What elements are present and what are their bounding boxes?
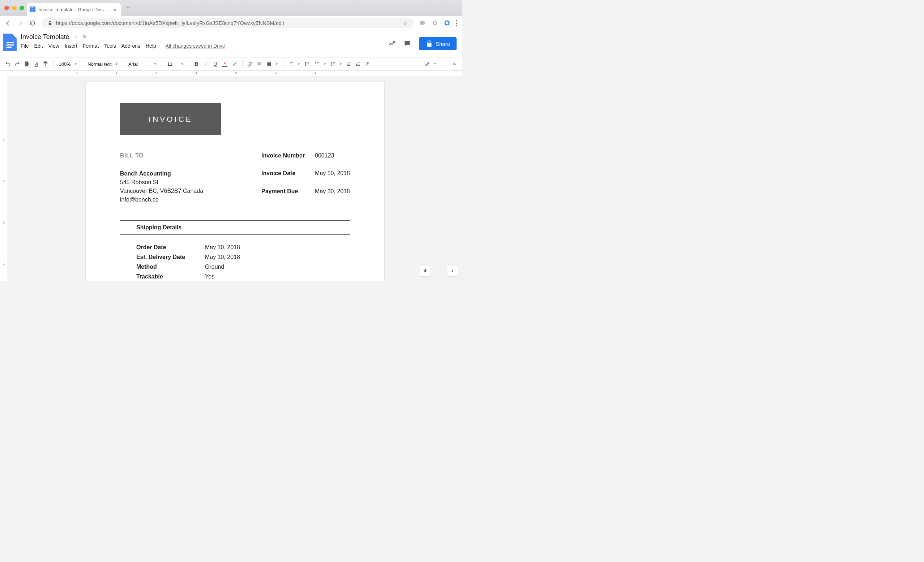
clear-formatting-button[interactable] [364, 60, 371, 67]
back-button[interactable] [5, 20, 11, 27]
bill-to-addr2: Vancouver BC, V6B2B7 Canada [120, 187, 203, 196]
new-tab-button[interactable]: + [123, 4, 133, 12]
bill-to-name: Bench Accounting [120, 170, 171, 176]
menu-insert[interactable]: Insert [65, 43, 77, 49]
menu-edit[interactable]: Edit [34, 43, 43, 49]
font-size-select[interactable]: 11▾ [166, 61, 185, 67]
insert-link-button[interactable] [246, 60, 254, 67]
svg-point-4 [331, 64, 332, 64]
underline-button[interactable]: U [212, 60, 219, 67]
bulleted-list-button[interactable]: ▾ [329, 61, 343, 66]
share-lock-icon [426, 40, 433, 48]
workspace[interactable]: 1 2 3 4 5 6 7 1 2 3 4 5 INVOICE BILL TO … [0, 71, 462, 281]
browser-tab[interactable]: ≡ Invoice Template - Google Doc… × [27, 3, 121, 16]
menu-file[interactable]: File [21, 43, 29, 49]
star-document-icon[interactable]: ☆ [73, 34, 78, 40]
reload-button[interactable] [29, 20, 36, 27]
insert-comment-button[interactable] [256, 60, 263, 67]
style-select[interactable]: Normal text▾ [86, 61, 118, 67]
tab-title: Invoice Template - Google Doc… [39, 7, 110, 12]
editing-mode-button[interactable]: ▾ [423, 61, 437, 67]
window-controls [4, 6, 24, 10]
invoice-banner: INVOICE [120, 103, 221, 135]
docs-logo-icon[interactable] [3, 34, 16, 51]
undo-button[interactable] [4, 60, 12, 67]
text-color-button[interactable]: A [221, 60, 229, 67]
comments-icon[interactable] [404, 40, 411, 48]
docs-header: Invoice Template ☆ File Edit View Insert… [0, 30, 462, 57]
line-spacing-button[interactable] [303, 61, 311, 66]
paint-format-button[interactable] [42, 60, 49, 67]
activity-icon[interactable] [388, 40, 396, 48]
shipping-details: Order DateMay 10, 2018 Est. Delivery Dat… [120, 243, 350, 281]
share-button[interactable]: Share [419, 37, 457, 50]
bookmark-star-icon[interactable]: ☆ [402, 20, 407, 27]
zoom-select[interactable]: 100%▾ [57, 61, 78, 67]
svg-point-1 [445, 21, 448, 25]
menu-tools[interactable]: Tools [104, 43, 116, 49]
move-folder-icon[interactable] [82, 34, 87, 40]
menu-view[interactable]: View [48, 43, 59, 49]
highlight-button[interactable] [231, 60, 238, 67]
share-label: Share [436, 41, 450, 47]
explore-button[interactable] [420, 265, 431, 276]
menu-addons[interactable]: Add-ons [122, 43, 140, 49]
tab-close-icon[interactable]: × [113, 6, 116, 13]
window-maximize-icon[interactable] [20, 6, 24, 10]
bill-to-email: info@bench.co [120, 196, 203, 204]
docs-favicon-icon: ≡ [30, 6, 35, 12]
show-sidebar-button[interactable] [447, 265, 458, 276]
print-button[interactable] [23, 60, 30, 67]
forward-button[interactable] [17, 20, 24, 27]
shipping-details-title: Shipping Details [120, 224, 350, 231]
browser-tabstrip: ≡ Invoice Template - Google Doc… × + [0, 0, 462, 16]
menu-help[interactable]: Help [146, 43, 156, 49]
window-close-icon[interactable] [4, 6, 9, 10]
lock-icon [48, 21, 52, 25]
font-select[interactable]: Arial▾ [127, 61, 158, 67]
horizontal-ruler[interactable]: 1 2 3 4 5 6 7 [0, 71, 462, 76]
document-title[interactable]: Invoice Template [21, 33, 69, 41]
svg-point-5 [331, 65, 332, 65]
svg-point-3 [331, 62, 332, 63]
vertical-ruler[interactable]: 1 2 3 4 5 [0, 76, 8, 281]
bill-to-addr1: 545 Robson St [120, 178, 203, 187]
browser-menu-button[interactable] [456, 20, 458, 26]
extension-icon[interactable] [419, 20, 426, 26]
spellcheck-button[interactable]: A̲ [33, 60, 40, 67]
collapse-toolbar-button[interactable] [450, 60, 458, 67]
indent-button[interactable] [355, 60, 362, 67]
save-status[interactable]: All changes saved in Drive [166, 43, 225, 49]
profile-ring-icon[interactable] [444, 20, 450, 26]
invoice-meta: Invoice Number000123 Invoice DateMay 10,… [261, 151, 350, 204]
docs-toolbar: A̲ 100%▾ Normal text▾ Arial▾ 11▾ B I U A… [0, 57, 462, 71]
address-bar[interactable]: https://docs.google.com/document/d/1InAe… [41, 18, 414, 28]
docs-menu-bar: File Edit View Insert Format Tools Add-o… [21, 43, 225, 49]
bill-to-label: BILL TO [120, 151, 203, 160]
outdent-button[interactable] [345, 60, 352, 67]
bold-button[interactable]: B [193, 60, 200, 67]
document-page[interactable]: INVOICE BILL TO Bench Accounting 545 Rob… [86, 82, 384, 281]
camera-icon[interactable] [432, 20, 438, 26]
redo-button[interactable] [14, 60, 21, 67]
svg-text:1: 1 [315, 62, 316, 64]
window-minimize-icon[interactable] [12, 6, 16, 10]
svg-rect-0 [420, 21, 425, 25]
insert-image-button[interactable]: ▾ [265, 61, 279, 67]
align-button[interactable]: ▾ [287, 61, 301, 66]
italic-button[interactable]: I [202, 60, 210, 67]
browser-urlbar: https://docs.google.com/document/d/1InAe… [0, 16, 462, 30]
numbered-list-button[interactable]: 1▾ [314, 61, 327, 66]
menu-format[interactable]: Format [83, 43, 99, 49]
separator [120, 235, 350, 235]
url-text: https://docs.google.com/document/d/1InAe… [56, 20, 284, 26]
separator [120, 220, 350, 221]
